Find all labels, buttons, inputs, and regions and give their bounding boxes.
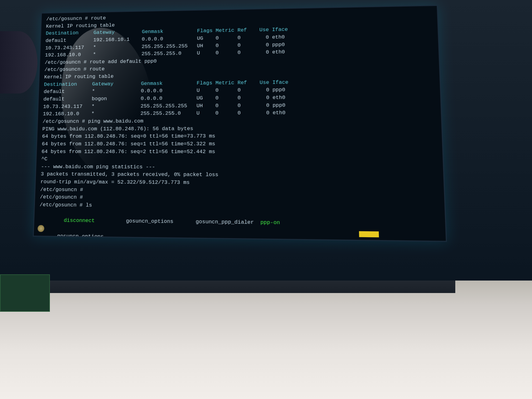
terminal-line: 64 bytes from 112.80.248.76: seq=2 ttl=5… bbox=[41, 148, 437, 156]
photo-frame: /etc/gosuncn # route Kernel IP routing t… bbox=[0, 0, 532, 399]
terminal-line: 64 bytes from 112.80.248.76: seq=0 ttl=5… bbox=[42, 132, 437, 141]
yellow-sticker bbox=[359, 231, 379, 238]
ls-disconnect: disconnect bbox=[64, 218, 95, 224]
terminal-line: PING www.baidu.com (112.80.248.76): 56 d… bbox=[42, 124, 436, 133]
screen-base bbox=[19, 281, 455, 293]
terminal-window: /etc/gosuncn # route Kernel IP routing t… bbox=[34, 6, 446, 241]
cable bbox=[0, 31, 37, 94]
desk-surface bbox=[0, 281, 532, 399]
terminal-line: ^C bbox=[41, 156, 438, 164]
terminal-line: 64 bytes from 112.80.248.76: seq=1 ttl=5… bbox=[42, 140, 437, 148]
ls-pppon: ppp-on bbox=[260, 219, 280, 226]
lcd-screen: /etc/gosuncn # route Kernel IP routing t… bbox=[33, 5, 447, 242]
pcb-board bbox=[0, 274, 50, 312]
ls-options: gosuncn_options gosuncn_ppp_dialer bbox=[94, 218, 260, 226]
